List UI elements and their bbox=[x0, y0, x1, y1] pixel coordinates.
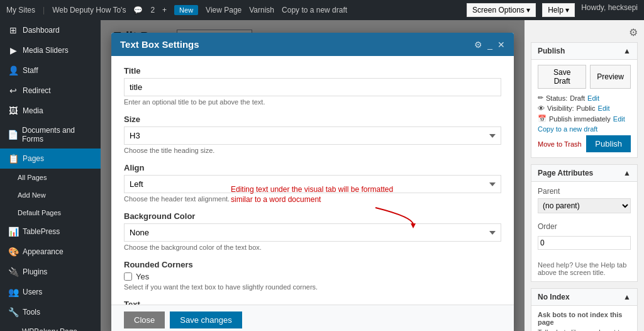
publish-date-row: 📅 Publish immediately Edit bbox=[538, 115, 631, 123]
screen-options-btn[interactable]: Screen Options ▾ bbox=[467, 3, 536, 17]
visibility-label: Visibility: bbox=[547, 104, 574, 112]
sidebar-item-dashboard[interactable]: ⊞ Dashboard bbox=[0, 20, 101, 40]
status-label: Status: bbox=[546, 94, 567, 102]
parent-select[interactable]: (no parent) bbox=[538, 198, 631, 213]
new-btn[interactable]: New bbox=[174, 5, 198, 15]
publish-date-edit-link[interactable]: Edit bbox=[613, 115, 625, 123]
sidebar-item-users[interactable]: 👥 Users bbox=[0, 282, 101, 302]
media-icon: 🖼 bbox=[8, 106, 19, 116]
rounded-checkbox[interactable] bbox=[124, 272, 132, 281]
no-index-box: No Index ▲ Ask bots to not index this pa… bbox=[531, 288, 638, 331]
sidebar-item-documents[interactable]: 📄 Documents and Forms bbox=[0, 121, 101, 149]
no-index-collapse-icon[interactable]: ▲ bbox=[623, 293, 631, 301]
varnish-link[interactable]: Varnish bbox=[249, 6, 274, 14]
gear-settings-icon[interactable]: ⚙ bbox=[629, 26, 638, 38]
screen-options-area: ⚙ bbox=[531, 26, 638, 38]
howdy-text: Howdy, hecksepi bbox=[581, 3, 638, 17]
publish-actions: Save Draft Preview bbox=[538, 65, 631, 89]
sidebar-item-appearance[interactable]: 🎨 Appearance bbox=[0, 242, 101, 262]
visibility-edit-link[interactable]: Edit bbox=[598, 104, 610, 112]
admin-bar: My Sites | Web Deputy How To's 💬 2 + New… bbox=[0, 0, 644, 20]
align-field-hint: Choose the header text alignment. bbox=[124, 195, 501, 203]
title-field-label: Title bbox=[124, 66, 501, 76]
modal-close-footer-btn[interactable]: Close bbox=[124, 311, 165, 328]
page-attributes-collapse-icon[interactable]: ▲ bbox=[623, 169, 631, 177]
modal-title: Text Box Settings bbox=[120, 39, 199, 50]
plus-btn[interactable]: + bbox=[162, 6, 167, 14]
dashboard-icon: ⊞ bbox=[8, 25, 19, 35]
all-pages-label: All Pages bbox=[18, 174, 47, 181]
publish-bottom-row: Move to Trash Publish bbox=[538, 135, 631, 152]
sidebar-item-add-new[interactable]: Add New bbox=[0, 186, 101, 204]
sidebar-item-staff[interactable]: 👤 Staff bbox=[0, 60, 101, 81]
my-sites-link[interactable]: My Sites bbox=[6, 6, 35, 14]
plugins-icon: 🔌 bbox=[8, 267, 19, 277]
save-draft-btn[interactable]: Save Draft bbox=[538, 65, 586, 89]
modal-gear-btn[interactable]: ⚙ bbox=[474, 40, 482, 50]
status-icon: ✏ bbox=[538, 94, 543, 102]
preview-btn[interactable]: Preview bbox=[590, 65, 631, 89]
sidebar-item-default-pages[interactable]: Default Pages bbox=[0, 204, 101, 222]
order-input[interactable] bbox=[538, 236, 631, 250]
default-pages-label: Default Pages bbox=[18, 209, 61, 216]
align-field-select[interactable]: Left CenterRight bbox=[124, 175, 501, 193]
move-to-trash-link[interactable]: Move to Trash bbox=[538, 140, 582, 148]
publish-btn[interactable]: Publish bbox=[586, 135, 631, 152]
sidebar-label-plugins: Plugins bbox=[23, 267, 47, 276]
sidebar-item-media[interactable]: 🖼 Media bbox=[0, 101, 101, 121]
sidebar-item-pages[interactable]: 📋 Pages bbox=[0, 149, 101, 169]
sidebar-label-wpbakery: WPBakery Page Builder bbox=[22, 327, 93, 331]
sidebar-item-redirect[interactable]: ↩ Redirect bbox=[0, 81, 101, 101]
sidebar-item-media-sliders[interactable]: ▶ Media Sliders bbox=[0, 40, 101, 60]
calendar-icon: 📅 bbox=[538, 115, 547, 123]
sidebar-label-tools: Tools bbox=[23, 308, 40, 317]
redirect-icon: ↩ bbox=[8, 86, 19, 96]
rounded-corners-group: Rounded Corners Yes Select if you want t… bbox=[124, 260, 501, 291]
title-field-input[interactable] bbox=[124, 78, 501, 96]
bg-color-select[interactable]: None bbox=[124, 223, 501, 242]
modal-body: Title Enter an optional title to be put … bbox=[111, 56, 514, 305]
no-index-body-text: Tell robots like google not to index thi… bbox=[538, 328, 631, 331]
sidebar-item-tablepress[interactable]: 📊 TablePress bbox=[0, 222, 101, 242]
sidebar-label-appearance: Appearance bbox=[23, 247, 64, 256]
publish-box-header: Publish ▲ bbox=[531, 43, 637, 60]
modal-header-actions: ⚙ _ ✕ bbox=[474, 40, 505, 50]
size-field-select[interactable]: H3 H1H2H4H5H6 bbox=[124, 126, 501, 145]
bg-color-label: Background Color bbox=[124, 211, 501, 221]
rounded-hint: Select if you want the text box to have … bbox=[124, 283, 501, 291]
help-btn[interactable]: Help ▾ bbox=[542, 3, 575, 17]
appearance-icon: 🎨 bbox=[8, 247, 19, 257]
no-index-subtitle: Ask bots to not index this page bbox=[538, 311, 622, 326]
sidebar-item-tools[interactable]: 🔧 Tools bbox=[0, 302, 101, 322]
tablepress-icon: 📊 bbox=[8, 227, 19, 237]
view-page-link[interactable]: View Page bbox=[206, 6, 242, 14]
modal-overlay: Text Box Settings ⚙ _ ✕ Title Enter an o… bbox=[101, 20, 525, 331]
sidebar-item-wpbakery[interactable]: 🔨 WPBakery Page Builder bbox=[0, 322, 101, 331]
sidebar-label-staff: Staff bbox=[23, 66, 38, 75]
publish-box-body: Save Draft Preview ✏ Status: Draft Edit … bbox=[531, 60, 637, 157]
modal-minimize-btn[interactable]: _ bbox=[487, 40, 492, 50]
rounded-checkbox-row: Yes bbox=[124, 272, 501, 281]
align-field-label: Align bbox=[124, 163, 501, 172]
site-name[interactable]: Web Deputy How To's bbox=[52, 6, 126, 14]
size-field-label: Size bbox=[124, 115, 501, 124]
modal-header: Text Box Settings ⚙ _ ✕ bbox=[111, 33, 514, 56]
staff-icon: 👤 bbox=[8, 65, 19, 76]
users-icon: 👥 bbox=[8, 287, 19, 297]
status-edit-link[interactable]: Edit bbox=[587, 94, 599, 102]
sidebar-item-plugins[interactable]: 🔌 Plugins bbox=[0, 262, 101, 282]
copy-to-draft-link[interactable]: Copy to a new draft bbox=[538, 125, 631, 133]
publish-collapse-icon[interactable]: ▲ bbox=[623, 47, 631, 55]
page-attributes-header: Page Attributes ▲ bbox=[531, 165, 637, 182]
order-label: Order bbox=[538, 222, 631, 231]
help-text: Need help? Use the Help tab above the sc… bbox=[538, 261, 631, 276]
sidebar-item-all-pages[interactable]: All Pages bbox=[0, 169, 101, 186]
title-field-group: Title Enter an optional title to be put … bbox=[124, 66, 501, 106]
modal-close-btn[interactable]: ✕ bbox=[497, 40, 505, 50]
modal-save-btn[interactable]: Save changes bbox=[170, 311, 242, 328]
main-content: Edit Page [Custom Post Type] Hola! Would… bbox=[101, 20, 525, 331]
sidebar-label-media-sliders: Media Sliders bbox=[23, 46, 69, 55]
no-index-title: No Index bbox=[538, 293, 570, 301]
size-field-hint: Choose the title heading size. bbox=[124, 147, 501, 154]
copy-draft-link[interactable]: Copy to a new draft bbox=[282, 6, 347, 14]
